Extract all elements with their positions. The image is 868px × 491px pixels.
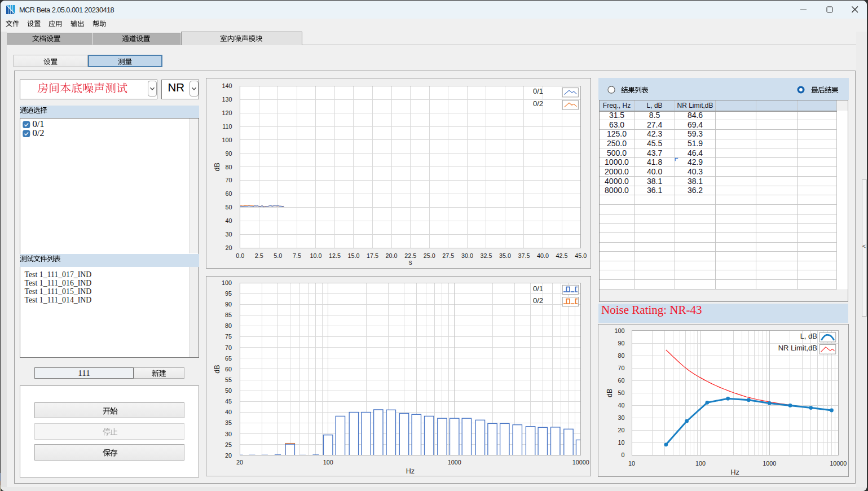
svg-text:90: 90 <box>618 340 625 347</box>
svg-text:50: 50 <box>618 389 625 396</box>
svg-text:0/1: 0/1 <box>533 87 543 95</box>
svg-text:32.5: 32.5 <box>481 252 492 259</box>
svg-text:46.4: 46.4 <box>688 148 703 157</box>
svg-text:45.0: 45.0 <box>575 252 587 259</box>
svg-text:0: 0 <box>622 451 625 458</box>
svg-text:30.0: 30.0 <box>461 252 473 259</box>
svg-text:500.0: 500.0 <box>607 148 627 157</box>
svg-text:dB: dB <box>213 163 221 171</box>
svg-text:10: 10 <box>628 460 635 467</box>
svg-text:0.0: 0.0 <box>236 252 244 259</box>
svg-text:59.3: 59.3 <box>688 130 703 139</box>
svg-text:130: 130 <box>222 96 232 103</box>
svg-text:17.5: 17.5 <box>367 252 378 259</box>
svg-text:70: 70 <box>225 344 232 351</box>
svg-text:140: 140 <box>222 82 232 89</box>
svg-text:0/2: 0/2 <box>533 296 543 305</box>
svg-text:41.8: 41.8 <box>647 158 662 167</box>
svg-text:s: s <box>409 258 412 266</box>
svg-text:90: 90 <box>226 150 232 157</box>
svg-text:35.0: 35.0 <box>499 252 511 259</box>
svg-text:60: 60 <box>225 366 232 372</box>
svg-text:27.5: 27.5 <box>443 252 455 259</box>
svg-text:100: 100 <box>615 327 625 334</box>
svg-text:Freq., Hz: Freq., Hz <box>603 102 631 110</box>
svg-text:51.9: 51.9 <box>688 139 703 148</box>
svg-text:65: 65 <box>225 355 232 362</box>
svg-text:25.0: 25.0 <box>424 252 435 259</box>
svg-text:125.0: 125.0 <box>607 130 627 139</box>
svg-text:2.5: 2.5 <box>255 252 263 259</box>
svg-text:NR Limit,dB: NR Limit,dB <box>778 344 817 352</box>
svg-text:0/1: 0/1 <box>533 284 543 293</box>
svg-text:8000.0: 8000.0 <box>605 186 629 195</box>
svg-text:10: 10 <box>618 439 625 446</box>
svg-text:20: 20 <box>236 459 243 466</box>
svg-text:4000.0: 4000.0 <box>605 177 629 186</box>
svg-text:42.9: 42.9 <box>688 158 703 167</box>
svg-text:Hz: Hz <box>406 467 415 475</box>
svg-text:100: 100 <box>695 460 706 467</box>
svg-text:63.0: 63.0 <box>609 120 624 129</box>
svg-text:75: 75 <box>225 333 232 340</box>
svg-text:L, dB: L, dB <box>800 332 817 340</box>
svg-text:95: 95 <box>225 290 232 297</box>
svg-text:60: 60 <box>618 377 625 384</box>
svg-text:1000.0: 1000.0 <box>605 158 629 167</box>
svg-text:60: 60 <box>226 190 232 197</box>
svg-text:100: 100 <box>323 459 333 466</box>
svg-text:1000: 1000 <box>763 460 776 467</box>
svg-text:7.5: 7.5 <box>293 252 301 259</box>
svg-text:dB: dB <box>606 388 614 397</box>
svg-text:20: 20 <box>225 452 232 459</box>
svg-text:20.0: 20.0 <box>386 252 398 259</box>
svg-text:110: 110 <box>223 123 232 130</box>
svg-text:15.0: 15.0 <box>348 252 360 259</box>
svg-text:80: 80 <box>225 322 232 329</box>
svg-text:27.4: 27.4 <box>647 120 662 129</box>
svg-text:100: 100 <box>222 279 232 286</box>
svg-text:250.0: 250.0 <box>607 139 627 148</box>
svg-text:40: 40 <box>226 217 232 224</box>
svg-text:36.2: 36.2 <box>688 186 703 195</box>
svg-text:10000: 10000 <box>572 459 589 466</box>
svg-text:10.0: 10.0 <box>310 252 322 259</box>
svg-text:37.5: 37.5 <box>518 252 530 259</box>
svg-text:100: 100 <box>222 137 232 143</box>
svg-text:50: 50 <box>225 387 232 394</box>
svg-text:20: 20 <box>618 427 625 433</box>
svg-text:Hz: Hz <box>730 468 739 476</box>
svg-text:42.3: 42.3 <box>647 130 662 139</box>
svg-text:45.5: 45.5 <box>647 139 662 148</box>
svg-text:40.0: 40.0 <box>647 167 662 176</box>
svg-text:42.5: 42.5 <box>556 252 568 259</box>
svg-text:43.7: 43.7 <box>647 148 662 157</box>
svg-text:30: 30 <box>618 414 625 421</box>
svg-text:70: 70 <box>618 365 625 371</box>
svg-text:50: 50 <box>226 204 232 211</box>
svg-text:40.3: 40.3 <box>688 167 703 176</box>
svg-text:dB: dB <box>213 365 221 373</box>
svg-text:70: 70 <box>226 177 232 183</box>
svg-text:55: 55 <box>225 376 232 383</box>
svg-text:38.1: 38.1 <box>647 177 662 186</box>
svg-text:69.4: 69.4 <box>688 120 703 129</box>
svg-text:2000.0: 2000.0 <box>605 167 629 176</box>
svg-text:85: 85 <box>225 312 232 318</box>
svg-text:0/2: 0/2 <box>533 99 543 108</box>
svg-text:90: 90 <box>225 301 232 308</box>
svg-text:5.0: 5.0 <box>274 252 283 259</box>
svg-text:31.5: 31.5 <box>609 111 624 120</box>
svg-text:40: 40 <box>618 402 625 409</box>
svg-text:40.0: 40.0 <box>537 252 549 259</box>
svg-text:35: 35 <box>225 419 232 426</box>
svg-text:84.6: 84.6 <box>688 111 703 120</box>
svg-text:25: 25 <box>225 441 232 448</box>
svg-text:30: 30 <box>225 431 232 437</box>
svg-text:36.1: 36.1 <box>647 186 662 195</box>
svg-text:10000: 10000 <box>830 460 847 467</box>
svg-text:80: 80 <box>226 164 232 170</box>
svg-text:40: 40 <box>225 409 232 415</box>
svg-text:1000: 1000 <box>448 459 461 466</box>
svg-text:L, dB: L, dB <box>647 102 663 110</box>
